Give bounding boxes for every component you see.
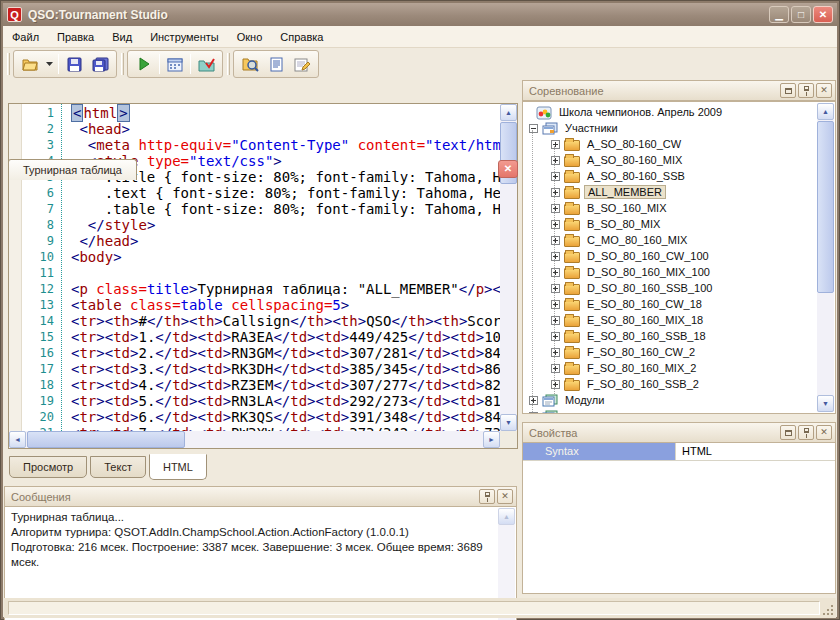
- scroll-down-button[interactable]: ▼: [500, 414, 517, 431]
- expand-icon[interactable]: [529, 396, 538, 405]
- tree-node-e_so_80_160_cw_18[interactable]: E_SO_80_160_CW_18: [524, 296, 817, 312]
- toolbar-grip[interactable]: [227, 53, 230, 75]
- minimize-button[interactable]: ▁: [769, 6, 789, 23]
- expand-icon[interactable]: [551, 140, 560, 149]
- code-line-16: <tr><td>2.</td><td>RN3GM</td><td>307/281…: [65, 345, 500, 361]
- tree-node-d_so_80_160_ssb_100[interactable]: D_SO_80_160_SSB_100: [524, 280, 817, 296]
- menu-item-файл[interactable]: Файл: [3, 28, 48, 46]
- expand-icon[interactable]: [529, 412, 538, 414]
- scroll-up-button[interactable]: ▲: [498, 508, 515, 525]
- tree-node-e_so_80_160_ssb_18[interactable]: E_SO_80_160_SSB_18: [524, 328, 817, 344]
- expand-icon[interactable]: [551, 268, 560, 277]
- editor-code-area[interactable]: <html> <head> <meta http-equiv="Content-…: [65, 104, 500, 431]
- messages-pin-button[interactable]: [479, 489, 495, 504]
- tree-node-d_so_80_160_mix_100[interactable]: D_SO_80_160_MIX_100: [524, 264, 817, 280]
- scroll-right-button[interactable]: ►: [483, 431, 500, 448]
- modules-icon: [542, 394, 558, 407]
- title-bar[interactable]: Q QSO:Tournament Studio ▁ □ ✕: [3, 3, 837, 26]
- save-button[interactable]: [61, 52, 87, 76]
- tree-node-b_so_160_mix[interactable]: B_SO_160_MIX: [524, 200, 817, 216]
- run-button[interactable]: [131, 52, 157, 76]
- find-log-button[interactable]: [237, 52, 263, 76]
- menu-item-инструменты[interactable]: Инструменты: [141, 28, 228, 46]
- competition-maximize-button[interactable]: [780, 83, 796, 98]
- horizontal-scroll-thumb[interactable]: [27, 431, 185, 448]
- tree-item-label: F_SO_80_160_SSB_2: [584, 377, 702, 391]
- editor-horizontal-scrollbar[interactable]: ◄ ►: [9, 431, 500, 448]
- scroll-down-button[interactable]: ▼: [817, 395, 834, 412]
- expand-icon[interactable]: [551, 380, 560, 389]
- tree-item-label: Школа чемпионов. Апрель 2009: [556, 105, 725, 119]
- property-value[interactable]: HTML: [675, 443, 835, 460]
- scroll-up-button[interactable]: ▲: [817, 103, 834, 120]
- properties-pin-button[interactable]: [798, 425, 814, 440]
- tree-node-f_so_80_160_ssb_2[interactable]: F_SO_80_160_SSB_2: [524, 376, 817, 392]
- open-file-button[interactable]: [17, 52, 43, 76]
- tree-node-all_member[interactable]: ALL_MEMBER: [524, 184, 817, 200]
- close-button[interactable]: ✕: [813, 6, 833, 23]
- expand-icon[interactable]: [551, 156, 560, 165]
- properties-form-button[interactable]: [289, 52, 315, 76]
- tree-node-a_so_80-160_ssb[interactable]: A_SO_80-160_SSB: [524, 168, 817, 184]
- properties-panel-header[interactable]: Свойства ✕: [522, 422, 836, 443]
- tree-node-f_so_80_160_cw_2[interactable]: F_SO_80_160_CW_2: [524, 344, 817, 360]
- properties-close-button[interactable]: ✕: [816, 425, 832, 440]
- tree-node-a_so_80-160_cw[interactable]: A_SO_80-160_CW: [524, 136, 817, 152]
- tree-node-participants[interactable]: Участники: [524, 120, 817, 136]
- document-close-button[interactable]: ✕: [498, 160, 518, 178]
- report-button[interactable]: [162, 52, 188, 76]
- competition-close-button[interactable]: ✕: [816, 83, 832, 98]
- save-all-button[interactable]: [87, 52, 113, 76]
- expand-icon[interactable]: [551, 204, 560, 213]
- app-window: Q QSO:Tournament Studio ▁ □ ✕ ФайлПравка…: [0, 0, 840, 620]
- tree-node-f_so_80_160_mix_2[interactable]: F_SO_80_160_MIX_2: [524, 360, 817, 376]
- menu-item-вид[interactable]: Вид: [103, 28, 141, 46]
- menu-item-справка[interactable]: Справка: [271, 28, 332, 46]
- expand-icon[interactable]: [551, 364, 560, 373]
- code-editor[interactable]: 123456789101112131415161718192021 <html>…: [8, 103, 518, 449]
- document-tab[interactable]: Турнирная таблица: [8, 159, 137, 180]
- expand-icon[interactable]: [551, 220, 560, 229]
- competition-panel-header[interactable]: Соревнование ✕: [522, 80, 836, 101]
- tree-node-c_mo_80_160_mix[interactable]: C_MO_80_160_MIX: [524, 232, 817, 248]
- menu-item-правка[interactable]: Правка: [48, 28, 103, 46]
- view-tab-просмотр[interactable]: Просмотр: [9, 456, 87, 478]
- expand-icon[interactable]: [551, 284, 560, 293]
- expand-icon[interactable]: [551, 300, 560, 309]
- tree-node-b_so_80_mix[interactable]: B_SO_80_MIX: [524, 216, 817, 232]
- toolbar-grip[interactable]: [121, 53, 124, 75]
- editor-vertical-scrollbar[interactable]: ▲ ▼: [500, 104, 517, 431]
- competition-pin-button[interactable]: [798, 83, 814, 98]
- tree-node-modules[interactable]: Модули: [524, 392, 817, 408]
- tree-root[interactable]: Школа чемпионов. Апрель 2009: [524, 104, 817, 120]
- tree-node-clipped[interactable]: [524, 408, 817, 413]
- resize-grip[interactable]: [831, 613, 833, 615]
- properties-maximize-button[interactable]: [780, 425, 796, 440]
- expand-icon[interactable]: [551, 236, 560, 245]
- tree-node-e_so_80_160_mix_18[interactable]: E_SO_80_160_MIX_18: [524, 312, 817, 328]
- tree-node-d_so_80_160_cw_100[interactable]: D_SO_80_160_CW_100: [524, 248, 817, 264]
- view-document-button[interactable]: [263, 52, 289, 76]
- folder-icon: [564, 348, 580, 359]
- messages-close-button[interactable]: ✕: [497, 489, 513, 504]
- tree-scroll-thumb[interactable]: [817, 121, 834, 293]
- expand-icon[interactable]: [551, 348, 560, 357]
- expand-icon[interactable]: [551, 316, 560, 325]
- open-dropdown-button[interactable]: [43, 52, 56, 76]
- collapse-icon[interactable]: [529, 124, 538, 133]
- view-tab-html[interactable]: HTML: [149, 454, 207, 480]
- expand-icon[interactable]: [551, 172, 560, 181]
- toolbar-grip[interactable]: [7, 53, 10, 75]
- tree-scrollbar[interactable]: ▲ ▼: [817, 103, 834, 412]
- maximize-button[interactable]: □: [791, 6, 811, 23]
- expand-icon[interactable]: [551, 332, 560, 341]
- tree-node-a_so_80-160_mix[interactable]: A_SO_80-160_MIX: [524, 152, 817, 168]
- expand-icon[interactable]: [551, 188, 560, 197]
- scroll-left-button[interactable]: ◄: [9, 431, 26, 448]
- expand-icon[interactable]: [551, 252, 560, 261]
- scroll-up-button[interactable]: ▲: [500, 104, 517, 121]
- check-log-button[interactable]: [193, 52, 219, 76]
- menu-item-окно[interactable]: Окно: [228, 28, 272, 46]
- messages-panel-header[interactable]: Сообщения ✕: [4, 486, 517, 507]
- view-tab-текст[interactable]: Текст: [90, 456, 146, 478]
